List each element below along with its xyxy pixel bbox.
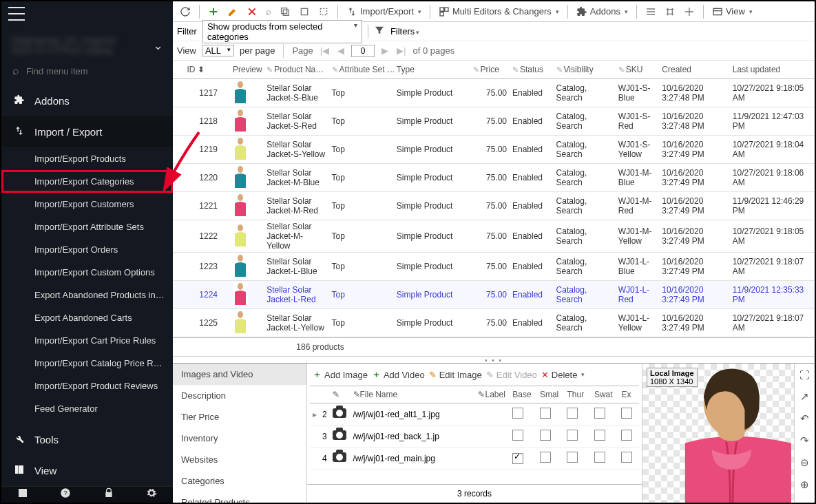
col-product-na-[interactable]: ✎Product Na… bbox=[264, 61, 328, 79]
last-page-button[interactable]: ▶| bbox=[395, 45, 407, 56]
table-row[interactable]: 1217Stellar Solar Jacket-S-BlueTopSimple… bbox=[173, 79, 815, 107]
sidebar-item-feed-generator[interactable]: Feed Generator bbox=[1, 397, 173, 420]
inbox-icon[interactable] bbox=[17, 487, 28, 502]
sidebar-item-export-abandoned-products-in-c-[interactable]: Export Abandoned Products in C... bbox=[1, 284, 173, 306]
col-created[interactable]: Created bbox=[659, 61, 730, 79]
rotate-right-icon[interactable]: ↷ bbox=[800, 434, 809, 447]
mcol-Swat[interactable]: Swat bbox=[592, 386, 619, 403]
col-status[interactable]: ✎Status bbox=[510, 61, 554, 79]
filter-dropdown[interactable]: Show products from selected categories bbox=[202, 20, 362, 43]
col-type[interactable]: Type bbox=[394, 61, 470, 79]
media-row[interactable]: 4/w/j/wj01-red_main.jpg bbox=[310, 448, 639, 470]
sidebar-item-import-export-attribute-sets[interactable]: Import/Export Attribute Sets bbox=[1, 216, 173, 238]
filters-menu[interactable]: Filters▾ bbox=[390, 26, 419, 36]
sidebar-item-import-export-product-reviews[interactable]: Import/Export Product Reviews bbox=[1, 375, 173, 397]
col-preview[interactable]: Preview bbox=[230, 61, 264, 79]
base-checkbox[interactable] bbox=[512, 430, 523, 441]
edit-button[interactable] bbox=[224, 5, 241, 19]
tool-c-button[interactable] bbox=[681, 5, 698, 19]
zoom-out-icon[interactable]: ⊖ bbox=[800, 456, 809, 469]
edit-image-button[interactable]: ✎Edit Image bbox=[429, 370, 482, 380]
tab-tier-price[interactable]: Tier Price bbox=[173, 406, 306, 428]
table-row[interactable]: 1223Stellar Solar Jacket-L-BlueTopSimple… bbox=[173, 253, 815, 281]
lock-icon[interactable] bbox=[103, 487, 114, 502]
first-page-button[interactable]: |◀ bbox=[319, 45, 331, 56]
mcol-Ex[interactable]: Ex bbox=[618, 386, 639, 403]
sidebar-item-import-export-catalog-price-rules[interactable]: Import/Export Catalog Price Rules bbox=[1, 352, 173, 375]
swatch-checkbox[interactable] bbox=[594, 430, 605, 441]
next-page-button[interactable]: ▶ bbox=[380, 45, 390, 56]
thumb-checkbox[interactable] bbox=[567, 408, 578, 419]
sidebar-item-import-export-cart-price-rules[interactable]: Import/Export Cart Price Rules bbox=[1, 329, 173, 352]
mcol-Label[interactable]: ✎Label bbox=[475, 386, 510, 403]
swatch-checkbox[interactable] bbox=[594, 452, 605, 463]
mcol-blank-4[interactable] bbox=[462, 386, 475, 403]
tab-description[interactable]: Description bbox=[173, 385, 306, 406]
sidebar-section-tools[interactable]: Tools bbox=[1, 424, 173, 455]
open-external-icon[interactable]: ↗ bbox=[800, 390, 809, 403]
rotate-left-icon[interactable]: ↶ bbox=[800, 412, 809, 425]
table-row[interactable]: 1221Stellar Solar Jacket-M-RedTopSimple … bbox=[173, 192, 815, 220]
horizontal-splitter[interactable]: • • • bbox=[173, 356, 815, 363]
small-checkbox[interactable] bbox=[540, 452, 551, 463]
mcol-File Name[interactable]: ✎File Name bbox=[351, 386, 463, 403]
col-sku[interactable]: ✎SKU bbox=[616, 61, 660, 79]
view-menu[interactable]: View▾ bbox=[709, 5, 755, 19]
small-checkbox[interactable] bbox=[540, 430, 551, 441]
sidebar-section-addons[interactable]: Addons bbox=[1, 85, 173, 116]
mcol-Base[interactable]: Base bbox=[510, 386, 537, 403]
refresh-button[interactable] bbox=[177, 5, 193, 19]
col-id[interactable]: ID ⬍ bbox=[184, 61, 230, 79]
exclude-checkbox[interactable] bbox=[621, 408, 632, 419]
hamburger-icon[interactable] bbox=[8, 7, 25, 21]
media-row[interactable]: ▸2/w/j/wj01-red_alt1_1.jpg bbox=[310, 403, 639, 426]
search-button[interactable]: ⌕ bbox=[263, 5, 274, 18]
add-video-button[interactable]: ＋Add Video bbox=[372, 368, 425, 381]
fullscreen-icon[interactable]: ⛶ bbox=[799, 369, 810, 381]
clone-button[interactable] bbox=[296, 5, 313, 19]
table-row[interactable]: 1220Stellar Solar Jacket-M-BlueTopSimple… bbox=[173, 164, 815, 192]
mcol-blank-0[interactable] bbox=[310, 386, 320, 403]
table-row[interactable]: 1219Stellar Solar Jacket-S-YellowTopSimp… bbox=[173, 136, 815, 164]
swatch-checkbox[interactable] bbox=[594, 408, 605, 419]
tab-inventory[interactable]: Inventory bbox=[173, 428, 306, 449]
base-checkbox[interactable] bbox=[512, 453, 523, 464]
mcol-Smal[interactable]: Smal bbox=[537, 386, 565, 403]
tab-categories[interactable]: Categories bbox=[173, 470, 306, 492]
sidebar-item-import-export-products[interactable]: Import/Export Products bbox=[1, 147, 173, 170]
table-row[interactable]: 1225Stellar Solar Jacket-L-YellowTopSimp… bbox=[173, 309, 815, 337]
paste-button[interactable] bbox=[315, 5, 332, 19]
import-export-menu[interactable]: Import/Export▾ bbox=[344, 5, 424, 19]
mcol-blank-2[interactable]: ✎ bbox=[330, 386, 351, 403]
page-input[interactable] bbox=[351, 45, 375, 57]
base-checkbox[interactable] bbox=[512, 408, 523, 419]
tab-websites[interactable]: Websites bbox=[173, 449, 306, 470]
edit-video-button[interactable]: ✎Edit Video bbox=[486, 370, 537, 380]
sidebar-item-import-export-orders[interactable]: Import/Export Orders bbox=[1, 238, 173, 261]
store-selector[interactable]: Stagingmag_net_magento Store v2.4.3 Root… bbox=[1, 21, 173, 58]
col-price[interactable]: ✎Price bbox=[470, 61, 510, 79]
gear-icon[interactable] bbox=[146, 487, 157, 502]
col-visibility[interactable]: ✎Visibility bbox=[554, 61, 616, 79]
tool-b-button[interactable] bbox=[662, 5, 678, 19]
addons-menu[interactable]: Addons▾ bbox=[574, 5, 631, 19]
table-row[interactable]: 1224Stellar Solar Jacket-L-RedTopSimple … bbox=[173, 281, 815, 309]
media-row[interactable]: 3/w/j/wj01-red_back_1.jp bbox=[310, 426, 639, 448]
mcol-blank-1[interactable] bbox=[320, 386, 330, 403]
delete-button[interactable] bbox=[244, 5, 260, 19]
prev-page-button[interactable]: ◀ bbox=[336, 45, 346, 56]
small-checkbox[interactable] bbox=[540, 408, 551, 419]
exclude-checkbox[interactable] bbox=[621, 452, 632, 463]
sidebar-item-import-export-custom-options[interactable]: Import/Export Custom Options bbox=[1, 261, 173, 284]
delete-media-button[interactable]: ✕Delete▾ bbox=[541, 370, 585, 380]
thumb-checkbox[interactable] bbox=[567, 452, 578, 463]
mcol-Thur[interactable]: Thur bbox=[564, 386, 591, 403]
table-row[interactable]: 1218Stellar Solar Jacket-S-RedTopSimple … bbox=[173, 107, 815, 136]
zoom-in-icon[interactable]: ⊕ bbox=[800, 479, 809, 491]
copy-button[interactable] bbox=[277, 5, 293, 19]
thumb-checkbox[interactable] bbox=[567, 430, 578, 441]
help-icon[interactable]: ? bbox=[60, 487, 71, 502]
exclude-checkbox[interactable] bbox=[621, 430, 632, 441]
per-page-dropdown[interactable]: ALL bbox=[202, 45, 234, 56]
tool-a-button[interactable] bbox=[642, 5, 659, 19]
